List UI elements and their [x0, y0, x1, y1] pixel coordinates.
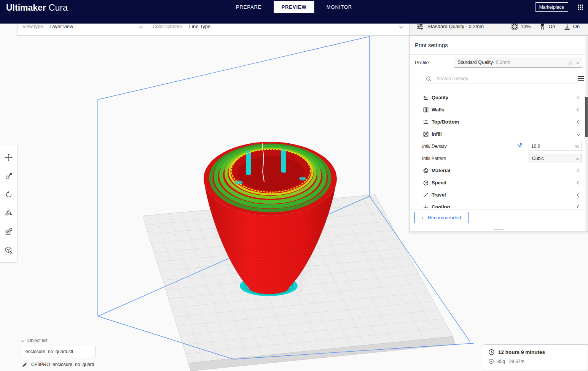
view-type-chevron-icon[interactable] [139, 25, 143, 29]
category-speed[interactable]: Speed [410, 177, 588, 189]
summary-profile: Standard Quality - 0.2mm [427, 24, 484, 29]
category-label: Infill [432, 131, 442, 137]
chevron-left-icon [577, 193, 581, 197]
walls-icon [423, 107, 429, 113]
category-top-bottom[interactable]: Top/Bottom [410, 116, 588, 128]
chevron-left-icon [577, 96, 581, 100]
scale-icon [5, 172, 13, 180]
category-material[interactable]: Material [410, 165, 588, 177]
app-switcher-icon[interactable] [577, 4, 583, 10]
chevron-left-icon [577, 205, 581, 208]
recommended-label: Recommended [427, 215, 461, 220]
chevron-left-icon [577, 181, 581, 185]
tab-prepare[interactable]: PREPARE [228, 1, 269, 13]
logo-cura: Cura [49, 3, 68, 13]
rotate-tool-button[interactable] [2, 188, 15, 201]
chevron-left-icon [577, 169, 581, 173]
per-model-settings-button[interactable] [2, 225, 15, 238]
panel-resize-handle[interactable] [494, 229, 504, 230]
tab-monitor[interactable]: MONITOR [319, 1, 360, 13]
search-input[interactable] [422, 74, 576, 84]
category-label: Speed [432, 180, 446, 186]
infill-density-label: Infill Density [422, 144, 447, 149]
print-settings-panel: Print settings Profile Standard Quality … [409, 36, 588, 232]
mirror-tool-button[interactable] [2, 206, 15, 219]
color-scheme-chevron-icon[interactable] [400, 25, 403, 29]
object-list-item[interactable]: enclosure_no_guard.stl [22, 346, 96, 357]
clock-icon [488, 349, 495, 355]
infill-density-field: % [529, 142, 582, 151]
cooling-icon [423, 204, 429, 208]
print-time-value: 12 hours 9 minutes [498, 349, 545, 355]
profile-chevron-icon [577, 61, 579, 63]
infill-pattern-dropdown[interactable]: Cubic [529, 154, 582, 163]
infill-density-input[interactable] [529, 144, 575, 149]
category-label: Material [432, 168, 450, 173]
adhesion-icon [564, 23, 570, 30]
settings-scrollbar-track[interactable] [585, 36, 588, 231]
color-scheme-value[interactable]: Line Type [189, 24, 210, 29]
model-tool-column [0, 145, 18, 263]
profile-dropdown[interactable]: Standard Quality - 0.2mm ☆ [454, 57, 582, 68]
app-logo: UltimakerCura [6, 3, 68, 13]
logo-ultimaker: Ultimaker [6, 3, 46, 13]
print-settings-title: Print settings [410, 36, 588, 55]
quality-icon [423, 95, 429, 101]
infill-density-unit: % [575, 144, 582, 149]
top-bottom-icon [423, 119, 429, 125]
cura-window: r [0, 0, 588, 371]
category-label: Top/Bottom [432, 119, 459, 125]
category-label: Quality [432, 95, 448, 100]
profile-label: Profile [415, 60, 429, 65]
job-name-editor[interactable]: CE3PRO_enclosure_no_guard [22, 361, 94, 367]
category-quality[interactable]: Quality [410, 92, 588, 104]
profile-star-icon[interactable]: ☆ [568, 60, 573, 65]
chevron-left-icon [577, 108, 581, 112]
pencil-icon [22, 361, 27, 367]
chevron-left-icon [422, 216, 424, 219]
scale-tool-button[interactable] [2, 170, 15, 182]
rotate-icon [5, 190, 13, 199]
summary-support-value: On [548, 24, 555, 29]
recommended-button[interactable]: Recommended [414, 212, 469, 223]
category-walls[interactable]: Walls [410, 104, 588, 116]
infill-icon [423, 131, 429, 137]
tab-preview[interactable]: PREVIEW [274, 1, 314, 13]
search-icon [426, 76, 432, 82]
settings-search [422, 74, 576, 84]
profile-value: Standard Quality [457, 60, 493, 65]
object-list-toggle[interactable]: Object list [22, 338, 48, 343]
move-icon [5, 153, 13, 162]
category-label: Travel [432, 192, 446, 198]
material-usage-row: 85g · 28.67m [488, 358, 582, 364]
view-type-value[interactable]: Layer view [49, 24, 73, 29]
infill-pattern-value: Cubic [532, 156, 577, 161]
infill-density-icon [511, 23, 518, 30]
marketplace-button[interactable]: Marketplace [535, 2, 568, 12]
stage-tabs: PREPARE PREVIEW MONITOR [228, 1, 360, 13]
support-blocker-button[interactable] [2, 244, 15, 257]
settings-menu-icon[interactable] [578, 75, 585, 81]
summary-adhesion-value: On [573, 24, 580, 29]
panel-separator [410, 209, 588, 209]
print-setup-sliders-icon [416, 23, 424, 30]
mirror-icon [5, 209, 13, 217]
travel-icon [423, 192, 429, 198]
category-infill[interactable]: Infill [410, 128, 588, 140]
settings-category-list: Quality Walls Top/Bottom [410, 92, 588, 208]
summary-infill: 10% [511, 23, 531, 30]
chevron-down-icon [577, 132, 581, 136]
print-job-stats-card: 12 hours 9 minutes 85g · 28.67m [482, 344, 588, 371]
category-travel[interactable]: Travel [410, 189, 588, 201]
summary-adhesion: On [564, 23, 580, 30]
settings-scrollbar-thumb[interactable] [585, 97, 588, 137]
infill-density-row: Infill Density ↺ % [410, 140, 588, 152]
move-tool-button[interactable] [2, 151, 15, 164]
support-icon [539, 23, 546, 30]
category-label: Cooling [432, 204, 450, 208]
revert-icon[interactable]: ↺ [517, 142, 522, 148]
support-blocker-icon [5, 246, 13, 254]
category-cooling[interactable]: Cooling [410, 201, 588, 208]
color-scheme-label: Color scheme [153, 24, 182, 29]
object-list-label: Object list [27, 338, 48, 343]
